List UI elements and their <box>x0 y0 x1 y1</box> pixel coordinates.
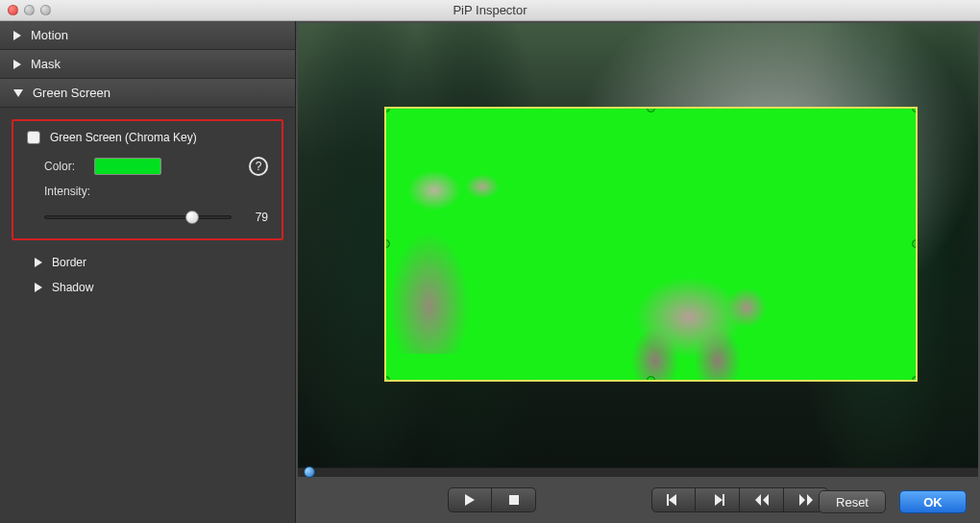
step-back-icon <box>667 494 680 506</box>
app-body: Motion Mask Green Screen Green Screen (C… <box>0 21 980 523</box>
step-forward-button[interactable] <box>696 487 740 512</box>
section-mask[interactable]: Mask <box>0 50 295 79</box>
section-label: Motion <box>31 28 68 42</box>
subsection-border[interactable]: Border <box>12 250 283 275</box>
color-row: Color: ? <box>27 154 268 179</box>
traffic-lights <box>8 5 51 15</box>
section-label: Mask <box>31 57 61 71</box>
chevron-right-icon <box>35 283 42 292</box>
green-screen-panel: Green Screen (Chroma Key) Color: ? Inten… <box>0 108 295 317</box>
play-button[interactable] <box>448 487 492 512</box>
window-title: PiP Inspector <box>0 3 980 17</box>
preview-canvas[interactable] <box>298 23 978 467</box>
reset-label: Reset <box>836 495 869 510</box>
resize-handle[interactable] <box>912 107 918 112</box>
resize-handle[interactable] <box>384 376 390 382</box>
step-back-button[interactable] <box>651 487 696 512</box>
help-icon[interactable]: ? <box>249 157 268 176</box>
window-titlebar: PiP Inspector <box>0 0 980 21</box>
go-start-icon <box>754 494 770 506</box>
color-swatch[interactable] <box>94 158 161 175</box>
highlight-box: Green Screen (Chroma Key) Color: ? Inten… <box>12 119 283 240</box>
dialog-footer: Reset OK <box>819 490 967 513</box>
go-end-icon <box>798 494 814 506</box>
section-label: Green Screen <box>33 86 110 100</box>
preview-area: Reset OK <box>296 21 980 523</box>
zoom-window-icon[interactable] <box>40 5 51 15</box>
resize-handle[interactable] <box>647 376 655 382</box>
subsection-label: Shadow <box>52 281 93 294</box>
section-motion[interactable]: Motion <box>0 21 295 50</box>
slider-thumb[interactable] <box>185 211 199 224</box>
ok-label: OK <box>923 495 943 510</box>
resize-handle[interactable] <box>912 376 918 382</box>
chroma-key-label: Green Screen (Chroma Key) <box>50 131 197 144</box>
stop-icon <box>509 495 519 505</box>
chevron-down-icon <box>13 89 23 97</box>
resize-handle[interactable] <box>384 107 390 112</box>
intensity-row: Intensity: <box>27 179 268 204</box>
go-start-button[interactable] <box>740 487 784 512</box>
intensity-label: Intensity: <box>27 185 94 198</box>
chevron-right-icon <box>13 60 21 69</box>
subsection-label: Border <box>52 256 86 269</box>
pip-content <box>384 162 521 354</box>
pip-content <box>602 264 775 382</box>
chroma-key-row: Green Screen (Chroma Key) <box>27 131 268 144</box>
stop-button[interactable] <box>492 487 536 512</box>
close-window-icon[interactable] <box>8 5 18 15</box>
step-forward-icon <box>711 494 724 506</box>
resize-handle[interactable] <box>912 239 918 248</box>
chroma-key-checkbox[interactable] <box>27 131 40 144</box>
slider-track <box>44 215 232 219</box>
play-icon <box>465 494 475 506</box>
subsection-shadow[interactable]: Shadow <box>12 275 283 300</box>
intensity-value: 79 <box>241 211 268 224</box>
timeline[interactable] <box>298 467 978 477</box>
ok-button[interactable]: OK <box>899 490 967 513</box>
minimize-window-icon[interactable] <box>24 5 35 15</box>
chevron-right-icon <box>13 31 21 40</box>
reset-button[interactable]: Reset <box>819 490 886 513</box>
intensity-slider[interactable] <box>44 210 232 225</box>
intensity-slider-row: 79 <box>27 210 268 225</box>
inspector-sidebar: Motion Mask Green Screen Green Screen (C… <box>0 21 296 523</box>
chevron-right-icon <box>35 258 42 267</box>
color-label: Color: <box>27 160 94 173</box>
pip-overlay[interactable] <box>384 107 918 382</box>
resize-handle[interactable] <box>647 107 655 112</box>
playhead[interactable] <box>304 466 315 478</box>
section-green-screen[interactable]: Green Screen <box>0 79 295 108</box>
